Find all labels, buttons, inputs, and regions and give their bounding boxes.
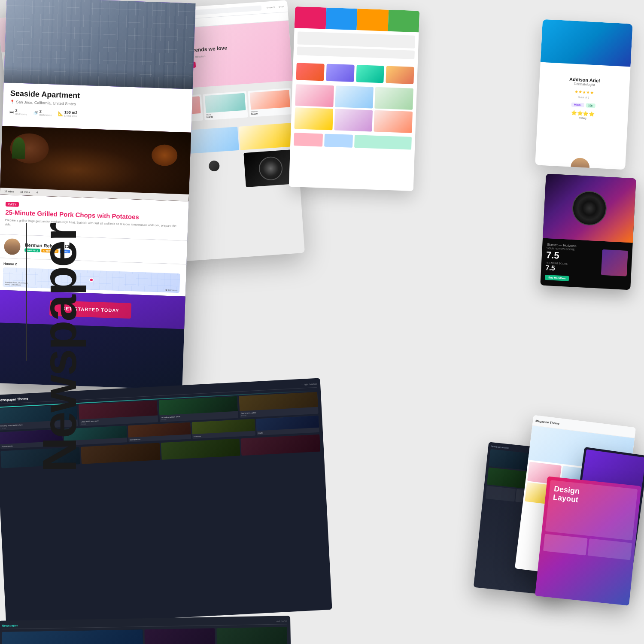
swatch-blue: [325, 8, 357, 30]
stat-value-1: ⭐⭐⭐⭐: [571, 110, 595, 117]
news-article-4: Sports news update 8 hrs ago: [239, 392, 318, 418]
newspaper-subtitle-2: dark theme: [276, 620, 287, 622]
profile-card: Addison Ariel Dermatologist ★★★★★ 5 out …: [535, 19, 633, 170]
colorful-screen: [289, 6, 419, 191]
bright-content: DesignLayout: [539, 476, 641, 564]
page-container: Product Item Product Item Product Item P…: [0, 0, 644, 644]
food-image: 10 mins 15 mins 4: [0, 126, 191, 201]
recipe-badge: EASY: [6, 202, 19, 207]
area-stat: 📐 150 m2 Living area: [58, 110, 78, 118]
vertical-divider: [26, 223, 27, 361]
profile-tags: Miami 105: [544, 101, 623, 109]
music-score: 7.5: [546, 249, 574, 262]
newspaper-screen-2: Newspaper dark theme Featured Article He…: [0, 616, 294, 644]
profile-stats: ⭐⭐⭐⭐ Rating: [543, 109, 623, 122]
product-mini-grid: [291, 82, 417, 135]
premium-score: 7.5: [545, 264, 574, 273]
profile-body: Addison Ariel Dermatologist ★★★★★ 5 out …: [537, 62, 630, 127]
location-tag: Miami: [571, 103, 584, 108]
colorful-content: [293, 28, 419, 65]
color-swatches: [295, 6, 420, 32]
swatch-pink: [295, 6, 326, 29]
bathrooms-stat: 🚿 2 Bathrooms: [33, 109, 52, 117]
news-article-2: Latest world news story 4 hrs ago: [79, 400, 158, 426]
music-album-art: [543, 174, 636, 243]
doctor-avatar-image: [4, 238, 21, 255]
news-article-3: Technology update article 6 hrs ago: [159, 396, 238, 422]
bathrooms-label: Bathrooms: [39, 113, 52, 116]
product-card: Shorts $19.99: [203, 91, 248, 120]
music-score-row: YOUR REVIEW SCORE 7.5 PREMIUM SCORE 7.5: [545, 246, 628, 276]
newspaper-inner-2: Newspaper dark theme Featured Article He…: [0, 616, 294, 644]
product-image: [205, 93, 246, 113]
apartment-hero-image: [4, 0, 196, 89]
stat-1: ⭐⭐⭐⭐ Rating: [571, 110, 595, 120]
color-box-3: [356, 65, 384, 83]
featured-grid: Featured Article HeadlineBreaking Story …: [2, 627, 287, 644]
color-box-4: [386, 66, 414, 84]
bedrooms-label: Bedrooms: [15, 112, 27, 115]
color-box-2: [326, 64, 354, 82]
news-article-9: Health: [256, 416, 319, 436]
newspaper-logo: Newspaper Theme: [0, 397, 28, 402]
profile-hero-image: [541, 19, 633, 67]
color-box-1: [296, 63, 324, 81]
right-bright-screen: DesignLayout: [535, 476, 641, 605]
swatch-orange: [357, 9, 389, 31]
profile-avatar: [569, 156, 592, 170]
placeholder-block: [297, 31, 415, 49]
stat-label-1: Rating: [579, 116, 586, 119]
apartment-stats: 🛏 2 Bedrooms 🚿 2 Bathrooms 📐: [9, 108, 185, 121]
swatch-green: [388, 10, 419, 32]
pin-icon: 📍: [10, 100, 15, 104]
news-article-8: Economy: [192, 419, 255, 439]
newspaper-date: — right dark line: [301, 382, 317, 386]
profile-avatar-face: [570, 158, 590, 170]
music-info: Starset — Horizons YOUR REVIEW SCORE 7.5…: [540, 238, 632, 289]
area-label: Living area: [64, 114, 78, 117]
music-card: Starset — Horizons YOUR REVIEW SCORE 7.5…: [540, 174, 636, 290]
doctor-avatar: [4, 238, 21, 255]
newspaper-logo-2: Newspaper: [2, 624, 18, 627]
apartment-info: Seaside Apartment 📍 San Jose, California…: [2, 82, 192, 132]
rb2-logo: Magazine Theme: [535, 419, 559, 425]
news-article-7: Entertainment: [128, 422, 191, 443]
bedrooms-stat: 🛏 2 Bedrooms: [9, 108, 27, 115]
area-icon: 📐: [58, 111, 63, 115]
product-card: Sneakers $44.99: [248, 88, 292, 117]
bath-icon: 🚿: [33, 110, 38, 115]
buy-button[interactable]: Buy Marathon: [545, 275, 569, 281]
bed-icon: 🛏: [9, 109, 14, 114]
brand-title: Newspaper: [36, 223, 84, 472]
product-image: [249, 90, 290, 109]
brand-text-container: Newspaper: [26, 223, 84, 472]
rating-tag: 105: [586, 103, 595, 108]
placeholder-block: [297, 46, 415, 59]
